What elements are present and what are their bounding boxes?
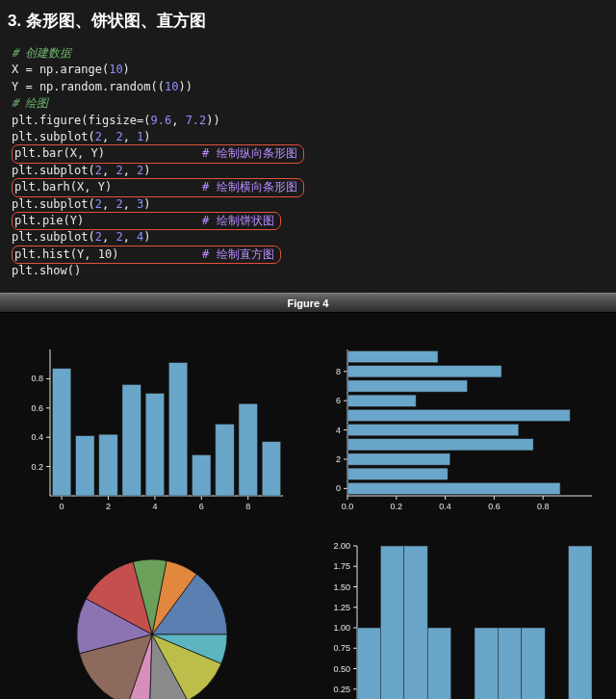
svg-text:6: 6 [199, 502, 204, 511]
code-line: X = np.arange(10) [12, 63, 130, 76]
svg-rect-98 [404, 546, 427, 699]
svg-text:6: 6 [336, 397, 341, 406]
svg-text:8: 8 [336, 367, 341, 376]
svg-text:0.50: 0.50 [333, 664, 350, 674]
svg-rect-22 [99, 435, 117, 497]
svg-rect-61 [347, 351, 438, 363]
svg-text:1.75: 1.75 [333, 562, 350, 572]
chart-histogram: 0.30.40.50.60.70.80.90.000.250.500.751.0… [317, 538, 596, 699]
svg-rect-60 [347, 366, 501, 377]
svg-rect-102 [522, 628, 545, 699]
svg-text:2: 2 [336, 454, 341, 464]
code-line: plt.show() [12, 264, 81, 277]
svg-rect-97 [380, 546, 403, 699]
svg-text:0: 0 [336, 484, 341, 494]
svg-text:1.50: 1.50 [333, 582, 350, 592]
code-line: plt.hist(Y, 10) # 绘制直方图 [12, 247, 281, 261]
svg-rect-100 [475, 628, 498, 699]
svg-rect-99 [427, 628, 450, 699]
chart-bar-horizontal: 0.00.20.40.60.802468 [317, 342, 596, 515]
svg-text:0.8: 0.8 [31, 375, 43, 384]
svg-text:0.25: 0.25 [333, 685, 350, 694]
svg-rect-59 [347, 380, 467, 392]
svg-rect-26 [192, 455, 211, 497]
svg-rect-53 [347, 469, 448, 480]
code-line: Y = np.random.random((10)) [12, 80, 192, 93]
svg-text:0.4: 0.4 [439, 502, 451, 511]
svg-text:0.8: 0.8 [537, 502, 550, 511]
chart-pie [8, 538, 287, 699]
svg-rect-21 [76, 436, 94, 496]
code-line: plt.subplot(2, 2, 2) [12, 164, 151, 177]
svg-text:0.2: 0.2 [391, 502, 403, 511]
svg-text:4: 4 [152, 502, 157, 511]
svg-text:8: 8 [245, 502, 250, 511]
figure-titlebar: Figure 4 [0, 293, 616, 313]
svg-text:1.25: 1.25 [333, 603, 350, 612]
svg-text:0.75: 0.75 [333, 644, 350, 654]
svg-rect-103 [569, 546, 592, 699]
svg-text:4: 4 [336, 426, 341, 435]
code-line: plt.subplot(2, 2, 4) [12, 230, 151, 244]
section-title: 3. 条形图、饼状图、直方图 [8, 10, 608, 32]
code-comment: # 创建数据 [12, 46, 71, 60]
svg-text:0.0: 0.0 [342, 502, 354, 511]
code-line: plt.barh(X, Y) # 绘制横向条形图 [12, 180, 304, 194]
svg-text:2.00: 2.00 [333, 541, 350, 551]
code-line: plt.subplot(2, 2, 1) [12, 130, 151, 143]
code-block: # 创建数据 X = np.arange(10) Y = np.random.r… [8, 39, 608, 287]
chart-area: 024680.20.40.60.8 0.00.20.40.60.802468 0… [0, 313, 616, 699]
code-comment: # 绘图 [12, 96, 48, 110]
code-line: plt.figure(figsize=(9.6, 7.2)) [12, 114, 220, 127]
svg-rect-96 [357, 628, 380, 699]
svg-text:1.00: 1.00 [333, 623, 350, 633]
svg-text:0: 0 [60, 502, 64, 511]
svg-text:0.6: 0.6 [31, 403, 43, 413]
svg-text:0.4: 0.4 [31, 433, 43, 443]
svg-rect-25 [168, 363, 187, 496]
svg-rect-24 [145, 394, 164, 496]
svg-rect-28 [239, 404, 257, 497]
svg-text:0.2: 0.2 [31, 462, 43, 472]
code-line: plt.subplot(2, 2, 3) [12, 197, 151, 211]
svg-rect-54 [347, 453, 450, 465]
svg-text:2: 2 [106, 502, 111, 511]
svg-rect-55 [347, 439, 533, 451]
svg-rect-56 [347, 425, 519, 436]
svg-rect-57 [347, 410, 570, 422]
svg-rect-58 [347, 396, 416, 407]
svg-rect-29 [262, 442, 280, 496]
svg-rect-23 [122, 385, 141, 497]
svg-text:0.6: 0.6 [488, 502, 500, 511]
svg-rect-101 [498, 628, 521, 699]
chart-bar-vertical: 024680.20.40.60.8 [8, 342, 287, 515]
svg-rect-27 [216, 425, 234, 496]
svg-rect-20 [52, 369, 70, 496]
code-line: plt.pie(Y) # 绘制饼状图 [12, 214, 281, 227]
code-line: plt.bar(X, Y) # 绘制纵向条形图 [12, 146, 304, 160]
svg-rect-52 [347, 483, 560, 495]
